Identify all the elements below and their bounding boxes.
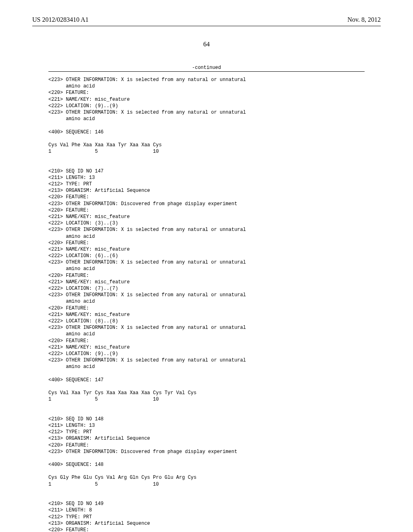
page-number: 64 bbox=[32, 41, 381, 48]
section-rule-top bbox=[48, 71, 365, 72]
publication-number: US 2012/0283410 A1 bbox=[32, 16, 89, 23]
header-rule bbox=[32, 26, 381, 26]
sequence-listing-body: <223> OTHER INFORMATION: X is selected f… bbox=[48, 77, 381, 532]
patent-page: US 2012/0283410 A1 Nov. 8, 2012 64 -cont… bbox=[0, 0, 413, 532]
page-header: US 2012/0283410 A1 Nov. 8, 2012 bbox=[32, 16, 381, 23]
publication-date: Nov. 8, 2012 bbox=[347, 16, 381, 23]
continued-label: -continued bbox=[32, 65, 381, 71]
